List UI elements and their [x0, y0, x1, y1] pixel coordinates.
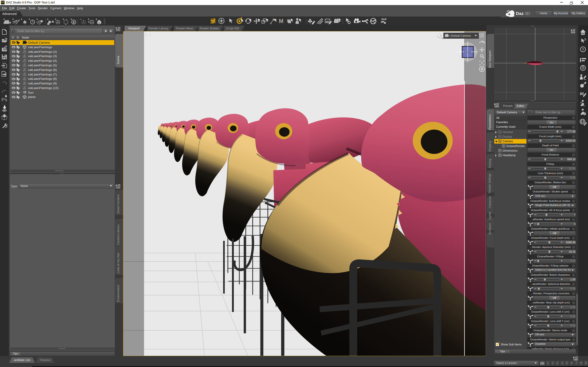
- svg-text:+: +: [62, 17, 64, 21]
- svg-text:+: +: [12, 17, 14, 21]
- svg-text:valLawnFlamingo (5): valLawnFlamingo (5): [28, 64, 57, 67]
- svg-text:valLawnFlamingo (2): valLawnFlamingo (2): [28, 50, 57, 53]
- svg-text:?: ?: [584, 38, 586, 42]
- svg-text:?: ?: [582, 48, 584, 51]
- svg-text:+: +: [88, 20, 90, 24]
- svg-text:M: M: [279, 18, 284, 24]
- svg-text:valLawnFlamingo: valLawnFlamingo: [28, 45, 52, 49]
- svg-text:1 : 1: 1 : 1: [145, 33, 151, 36]
- svg-text:valLawnFlamingo (9): valLawnFlamingo (9): [28, 82, 57, 85]
- svg-text:valLawnFlamingo (3): valLawnFlamingo (3): [28, 54, 57, 58]
- svg-text:P: P: [584, 113, 585, 115]
- svg-text:+: +: [55, 17, 57, 21]
- svg-text:DS: DS: [582, 32, 585, 35]
- svg-text:+: +: [80, 17, 82, 21]
- svg-text:valLawnFlamingo (6): valLawnFlamingo (6): [28, 68, 57, 72]
- svg-text:Front: Front: [464, 50, 471, 54]
- svg-text:valLawnFlamingo (7): valLawnFlamingo (7): [28, 73, 57, 76]
- svg-text:+: +: [3, 17, 5, 21]
- svg-text:+: +: [95, 17, 97, 21]
- svg-text:Default Camera: Default Camera: [451, 34, 471, 37]
- svg-text:Ps: Ps: [1, 97, 7, 102]
- svg-text:+: +: [28, 17, 30, 21]
- svg-text:plane: plane: [28, 95, 36, 99]
- svg-text:+: +: [21, 17, 23, 21]
- svg-text:+: +: [36, 17, 38, 21]
- svg-text:Sun: Sun: [28, 91, 34, 94]
- svg-text:+: +: [47, 17, 49, 21]
- svg-text:valLawnFlamingo (8): valLawnFlamingo (8): [28, 77, 57, 81]
- svg-text:Default Camera: Default Camera: [28, 41, 50, 44]
- svg-text:valLawnFlamingo (10): valLawnFlamingo (10): [28, 86, 59, 90]
- svg-text:valLawnFlamingo (4): valLawnFlamingo (4): [28, 59, 57, 62]
- svg-text:.DUF: .DUF: [381, 18, 387, 21]
